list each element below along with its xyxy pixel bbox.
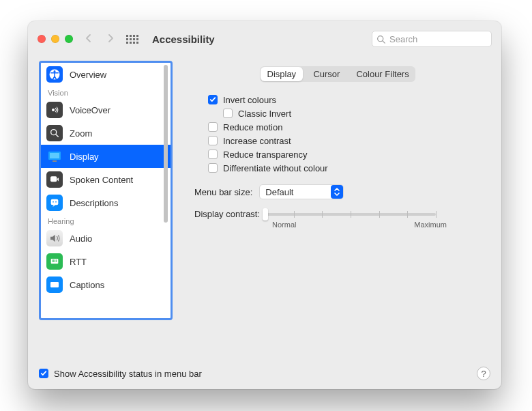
classic-invert-option[interactable]: Classic Invert [208, 107, 490, 120]
back-button[interactable] [83, 31, 95, 46]
search-icon [376, 35, 385, 44]
option-label: Increase contrast [223, 136, 291, 146]
checkbox-icon [208, 122, 218, 132]
svg-rect-8 [50, 153, 59, 158]
content-area: Overview Vision VoiceOver Zoom [28, 57, 501, 358]
sidebar-item-audio[interactable]: Audio [41, 227, 171, 250]
accessibility-icon [46, 66, 63, 83]
svg-point-5 [51, 130, 57, 135]
spoken-content-icon [46, 171, 63, 188]
reduce-transparency-option[interactable]: Reduce transparency [208, 147, 490, 161]
svg-rect-10 [50, 176, 57, 182]
svg-rect-20 [53, 261, 54, 261]
sidebar-item-label: Captions [70, 280, 104, 290]
svg-rect-15 [52, 259, 53, 260]
checkbox-icon [208, 136, 218, 145]
minimize-window-button[interactable] [51, 35, 59, 43]
detail-panel: Display Cursor Colour Filters Invert col… [185, 61, 490, 320]
sidebar-item-voiceover[interactable]: VoiceOver [41, 98, 171, 122]
sidebar-section-hearing: Hearing [41, 214, 171, 227]
svg-rect-18 [56, 259, 57, 260]
option-label: Show Accessibility status in menu bar [54, 369, 202, 379]
zoom-icon [46, 125, 63, 141]
sidebar-item-label: Zoom [70, 128, 92, 139]
slider-min-label: Normal [272, 221, 296, 229]
sidebar-item-rtt[interactable]: RTT [41, 250, 171, 273]
sidebar-item-label: VoiceOver [70, 105, 110, 115]
svg-point-13 [55, 201, 57, 203]
display-icon [46, 148, 63, 165]
sidebar-item-zoom[interactable]: Zoom [41, 122, 171, 145]
sidebar-item-label: Display [70, 152, 99, 162]
checkbox-icon [208, 163, 218, 173]
tab-display[interactable]: Display [261, 67, 303, 81]
captions-icon [46, 277, 63, 293]
footer: Show Accessibility status in menu bar ? [28, 358, 501, 389]
forward-button[interactable] [104, 31, 117, 46]
slider-thumb[interactable] [263, 208, 268, 221]
chevron-up-down-icon [331, 185, 343, 199]
svg-rect-19 [52, 261, 53, 261]
svg-point-3 [54, 70, 56, 72]
rtt-icon [46, 253, 63, 270]
search-field[interactable] [372, 31, 492, 47]
sidebar-item-label: RTT [70, 257, 87, 267]
close-window-button[interactable] [38, 35, 46, 43]
show-status-in-menu-bar-option[interactable]: Show Accessibility status in menu bar [39, 369, 202, 379]
select-value: Default [265, 187, 293, 197]
checkbox-icon [208, 95, 218, 104]
svg-line-1 [383, 40, 385, 42]
differentiate-without-colour-option[interactable]: Differentiate without colour [208, 161, 490, 175]
reduce-motion-option[interactable]: Reduce motion [208, 120, 490, 134]
svg-point-12 [53, 201, 54, 203]
sidebar-item-label: Descriptions [70, 198, 119, 208]
sidebar-item-spoken-content[interactable]: Spoken Content [41, 168, 171, 191]
option-label: Invert colours [223, 95, 276, 105]
audio-icon [46, 230, 63, 246]
svg-rect-11 [51, 199, 59, 206]
menu-bar-size-row: Menu bar size: Default [185, 184, 490, 199]
svg-rect-22 [56, 261, 57, 261]
checkbox-icon [223, 109, 233, 118]
svg-rect-16 [53, 259, 54, 260]
checkbox-icon [39, 369, 48, 378]
sidebar-item-descriptions[interactable]: Descriptions [41, 191, 171, 214]
toolbar: Accessibility [28, 21, 501, 57]
sidebar-item-label: Overview [70, 70, 106, 80]
slider-max-label: Maximum [414, 221, 447, 229]
checkbox-icon [208, 150, 218, 159]
menu-bar-size-label: Menu bar size: [194, 187, 252, 197]
preferences-window: Accessibility Overview Vision [28, 21, 501, 389]
increase-contrast-option[interactable]: Increase contrast [208, 134, 490, 147]
zoom-window-button[interactable] [65, 35, 73, 43]
voiceover-icon [46, 102, 63, 118]
option-label: Reduce motion [223, 122, 282, 132]
search-input[interactable] [389, 34, 487, 44]
sidebar-item-captions[interactable]: Captions [41, 273, 171, 296]
window-controls [38, 35, 73, 43]
sidebar-item-overview[interactable]: Overview [41, 63, 171, 86]
svg-point-4 [52, 109, 55, 111]
tab-bar: Display Cursor Colour Filters [260, 66, 415, 82]
svg-rect-23 [50, 282, 59, 287]
sidebar-item-label: Audio [70, 233, 92, 244]
svg-rect-9 [53, 160, 57, 162]
menu-bar-size-select[interactable]: Default [259, 184, 344, 199]
svg-line-6 [56, 134, 58, 137]
option-label: Differentiate without colour [223, 163, 328, 173]
sidebar: Overview Vision VoiceOver Zoom [39, 61, 173, 320]
sidebar-scrollbar[interactable] [162, 63, 170, 317]
tab-cursor[interactable]: Cursor [304, 66, 350, 82]
invert-colours-option[interactable]: Invert colours [208, 93, 490, 107]
show-all-prefs-button[interactable] [126, 35, 138, 44]
display-contrast-label: Display contrast: [194, 209, 260, 219]
svg-rect-17 [55, 259, 55, 260]
help-button[interactable]: ? [477, 367, 490, 380]
descriptions-icon [46, 195, 63, 211]
display-contrast-row: Display contrast: Normal Maximum [185, 209, 490, 229]
tab-colour-filters[interactable]: Colour Filters [350, 66, 415, 82]
sidebar-item-display[interactable]: Display [41, 145, 171, 168]
sidebar-item-label: Spoken Content [70, 175, 133, 185]
display-contrast-slider[interactable] [265, 213, 436, 216]
option-label: Reduce transparency [223, 150, 308, 160]
